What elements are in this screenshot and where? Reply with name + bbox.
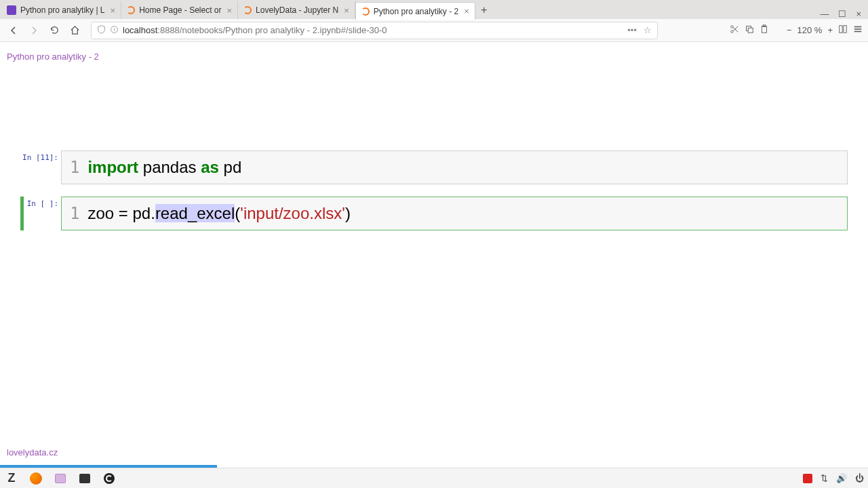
- navbar: i localhost:8888/notebooks/Python pro an…: [0, 19, 868, 42]
- svg-rect-9: [844, 26, 846, 33]
- close-icon[interactable]: ×: [111, 5, 116, 16]
- taskbar: Z ⇅ 🔊 ⏻: [0, 468, 868, 488]
- copy-icon[interactable]: [745, 24, 754, 36]
- firefox-icon[interactable]: [28, 471, 43, 486]
- code-content[interactable]: zoo = pd.read_excel('input/zoo.xlsx'): [87, 204, 350, 223]
- paste-icon[interactable]: [760, 24, 769, 36]
- close-window-icon[interactable]: ×: [856, 9, 861, 19]
- svg-point-2: [731, 30, 734, 33]
- line-number: 1: [70, 158, 79, 177]
- back-button[interactable]: [5, 22, 22, 39]
- tab-1[interactable]: Home Page - Select or ×: [121, 1, 238, 19]
- url-bar[interactable]: i localhost:8888/notebooks/Python pro an…: [91, 22, 658, 39]
- tab-strip: Python pro analytiky | L × Home Page - S…: [0, 0, 868, 19]
- cells-container: In [11]: 1 import pandas as pd In [ ]: 1…: [20, 150, 848, 243]
- footer-link[interactable]: lovelydata.cz: [7, 447, 58, 458]
- new-tab-button[interactable]: +: [475, 1, 493, 19]
- bookmark-icon[interactable]: ☆: [644, 25, 652, 35]
- content-area: Python pro analytiky - 2 In [11]: 1 impo…: [0, 42, 868, 468]
- line-number: 1: [70, 204, 79, 223]
- window-controls: — ☐ ×: [820, 9, 868, 19]
- tab-label: Home Page - Select or: [139, 5, 221, 15]
- code-content[interactable]: import pandas as pd: [87, 158, 241, 177]
- tab-0[interactable]: Python pro analytiky | L ×: [1, 1, 121, 19]
- forward-button: [26, 22, 42, 39]
- recording-icon[interactable]: [803, 474, 812, 483]
- volume-icon[interactable]: 🔊: [836, 473, 847, 483]
- cell-prompt: In [11]:: [20, 150, 61, 184]
- zoom-out-button[interactable]: −: [787, 25, 792, 35]
- tab-3[interactable]: Python pro analytiky - 2 ×: [355, 2, 475, 20]
- favicon-icon: [7, 5, 16, 15]
- reader-icon[interactable]: [838, 24, 848, 36]
- files-icon[interactable]: [53, 471, 68, 486]
- favicon-icon: [127, 6, 135, 14]
- breadcrumb[interactable]: Python pro analytiky - 2: [7, 52, 99, 62]
- url-text: localhost:8888/notebooks/Python pro anal…: [123, 25, 387, 35]
- slide-progress: [0, 465, 217, 468]
- url-actions: ••• ☆: [627, 25, 652, 35]
- code-cell-1[interactable]: In [ ]: 1 zoo = pd.read_excel('input/zoo…: [20, 197, 848, 230]
- close-icon[interactable]: ×: [227, 5, 233, 16]
- home-button[interactable]: [66, 22, 83, 39]
- svg-rect-5: [748, 28, 753, 33]
- zoom-controls: − 120 % +: [730, 24, 863, 36]
- shield-icon: [97, 25, 106, 36]
- cell-inner[interactable]: 1 import pandas as pd: [61, 150, 848, 184]
- tab-label: Python pro analytiky | L: [20, 5, 105, 15]
- code-cell-0[interactable]: In [11]: 1 import pandas as pd: [20, 150, 848, 184]
- tray: ⇅ 🔊 ⏻: [803, 473, 864, 483]
- zoom-level: 120 %: [797, 25, 823, 35]
- zoom-in-button[interactable]: +: [827, 25, 833, 35]
- svg-rect-6: [762, 26, 766, 33]
- menu-icon[interactable]: [853, 24, 863, 36]
- cut-icon[interactable]: [730, 24, 739, 36]
- favicon-icon: [361, 7, 370, 16]
- terminal-icon[interactable]: [77, 471, 92, 486]
- tab-label: Python pro analytiky - 2: [374, 7, 458, 16]
- minimize-icon[interactable]: —: [820, 9, 829, 19]
- reload-button[interactable]: [46, 22, 62, 39]
- svg-point-3: [731, 26, 734, 28]
- tab-label: LovelyData - Jupyter N: [256, 5, 338, 15]
- favicon-icon: [243, 6, 252, 14]
- cell-inner[interactable]: 1 zoo = pd.read_excel('input/zoo.xlsx'): [61, 197, 848, 230]
- zorin-menu-icon[interactable]: Z: [4, 471, 19, 486]
- info-icon: i: [110, 25, 119, 36]
- cell-prompt: In [ ]:: [20, 197, 61, 230]
- tab-2[interactable]: LovelyData - Jupyter N ×: [238, 1, 355, 19]
- svg-text:i: i: [114, 26, 115, 32]
- obs-icon[interactable]: [102, 471, 117, 486]
- network-icon[interactable]: ⇅: [821, 473, 828, 483]
- svg-rect-8: [840, 26, 842, 33]
- power-icon[interactable]: ⏻: [855, 473, 864, 483]
- maximize-icon[interactable]: ☐: [838, 9, 846, 19]
- more-icon[interactable]: •••: [627, 25, 637, 35]
- close-icon[interactable]: ×: [344, 5, 349, 16]
- close-icon[interactable]: ×: [464, 6, 469, 16]
